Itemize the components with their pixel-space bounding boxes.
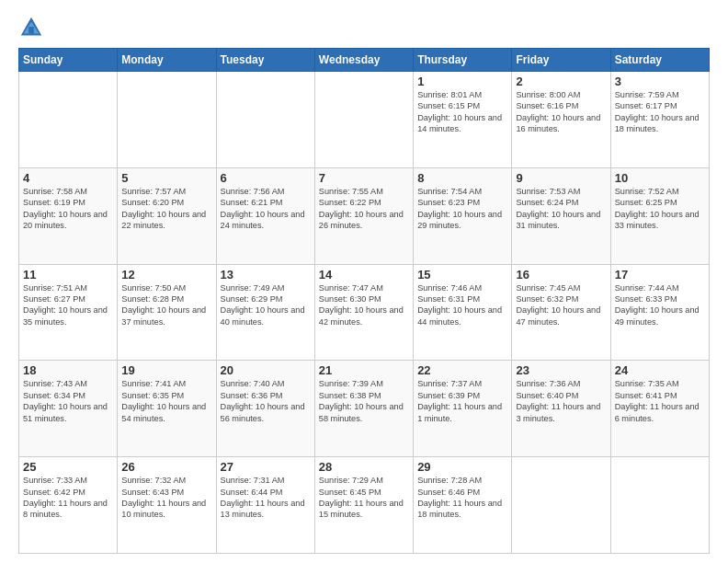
day-info: Sunrise: 7:55 AM Sunset: 6:22 PM Dayligh… xyxy=(319,186,409,232)
day-info: Sunrise: 7:56 AM Sunset: 6:21 PM Dayligh… xyxy=(221,186,311,232)
weekday-friday: Friday xyxy=(512,49,610,72)
day-number: 21 xyxy=(319,363,409,377)
calendar-cell xyxy=(216,72,314,168)
day-number: 27 xyxy=(221,460,311,474)
day-info: Sunrise: 7:32 AM Sunset: 6:43 PM Dayligh… xyxy=(121,475,211,521)
day-info: Sunrise: 7:31 AM Sunset: 6:44 PM Dayligh… xyxy=(221,475,311,521)
day-info: Sunrise: 7:58 AM Sunset: 6:19 PM Dayligh… xyxy=(23,186,113,232)
calendar-cell: 4Sunrise: 7:58 AM Sunset: 6:19 PM Daylig… xyxy=(19,167,118,264)
calendar-cell: 15Sunrise: 7:46 AM Sunset: 6:31 PM Dayli… xyxy=(414,264,512,361)
weekday-thursday: Thursday xyxy=(414,49,512,72)
calendar-week-2: 11Sunrise: 7:51 AM Sunset: 6:27 PM Dayli… xyxy=(19,264,710,361)
day-info: Sunrise: 7:29 AM Sunset: 6:45 PM Dayligh… xyxy=(319,475,409,521)
weekday-tuesday: Tuesday xyxy=(216,49,314,72)
calendar-cell: 16Sunrise: 7:45 AM Sunset: 6:32 PM Dayli… xyxy=(512,264,610,361)
calendar-cell: 27Sunrise: 7:31 AM Sunset: 6:44 PM Dayli… xyxy=(216,457,314,554)
day-number: 17 xyxy=(615,268,705,282)
day-number: 10 xyxy=(615,171,705,185)
weekday-saturday: Saturday xyxy=(610,49,709,72)
day-number: 16 xyxy=(516,268,606,282)
logo xyxy=(18,15,48,40)
day-number: 25 xyxy=(23,460,113,474)
calendar-cell: 5Sunrise: 7:57 AM Sunset: 6:20 PM Daylig… xyxy=(118,167,216,264)
calendar-cell: 9Sunrise: 7:53 AM Sunset: 6:24 PM Daylig… xyxy=(512,167,610,264)
calendar-cell: 13Sunrise: 7:49 AM Sunset: 6:29 PM Dayli… xyxy=(216,264,314,361)
day-info: Sunrise: 7:35 AM Sunset: 6:41 PM Dayligh… xyxy=(615,378,705,424)
calendar-cell: 6Sunrise: 7:56 AM Sunset: 6:21 PM Daylig… xyxy=(216,167,314,264)
calendar-cell: 10Sunrise: 7:52 AM Sunset: 6:25 PM Dayli… xyxy=(610,167,709,264)
calendar-cell: 24Sunrise: 7:35 AM Sunset: 6:41 PM Dayli… xyxy=(610,361,709,457)
calendar-cell: 14Sunrise: 7:47 AM Sunset: 6:30 PM Dayli… xyxy=(314,264,413,361)
calendar-cell: 18Sunrise: 7:43 AM Sunset: 6:34 PM Dayli… xyxy=(19,361,118,457)
page: SundayMondayTuesdayWednesdayThursdayFrid… xyxy=(0,0,728,563)
day-info: Sunrise: 7:57 AM Sunset: 6:20 PM Dayligh… xyxy=(121,186,211,232)
day-number: 14 xyxy=(319,268,409,282)
calendar-week-4: 25Sunrise: 7:33 AM Sunset: 6:42 PM Dayli… xyxy=(19,457,710,554)
calendar-cell: 11Sunrise: 7:51 AM Sunset: 6:27 PM Dayli… xyxy=(19,264,118,361)
day-info: Sunrise: 7:49 AM Sunset: 6:29 PM Dayligh… xyxy=(221,282,311,328)
day-info: Sunrise: 7:36 AM Sunset: 6:40 PM Dayligh… xyxy=(516,378,606,424)
header xyxy=(18,15,710,40)
calendar-cell: 1Sunrise: 8:01 AM Sunset: 6:15 PM Daylig… xyxy=(414,72,512,168)
day-info: Sunrise: 7:54 AM Sunset: 6:23 PM Dayligh… xyxy=(417,186,507,232)
day-number: 4 xyxy=(23,171,113,185)
calendar-cell: 20Sunrise: 7:40 AM Sunset: 6:36 PM Dayli… xyxy=(216,361,314,457)
day-info: Sunrise: 7:44 AM Sunset: 6:33 PM Dayligh… xyxy=(615,282,705,328)
day-info: Sunrise: 8:01 AM Sunset: 6:15 PM Dayligh… xyxy=(417,89,507,135)
day-number: 11 xyxy=(23,268,113,282)
day-number: 23 xyxy=(516,363,606,377)
day-info: Sunrise: 7:50 AM Sunset: 6:28 PM Dayligh… xyxy=(121,282,211,328)
day-info: Sunrise: 7:40 AM Sunset: 6:36 PM Dayligh… xyxy=(221,378,311,424)
day-number: 3 xyxy=(615,75,705,88)
calendar-cell xyxy=(19,72,118,168)
calendar-cell: 2Sunrise: 8:00 AM Sunset: 6:16 PM Daylig… xyxy=(512,72,610,168)
calendar-body: 1Sunrise: 8:01 AM Sunset: 6:15 PM Daylig… xyxy=(19,72,710,554)
calendar-cell: 21Sunrise: 7:39 AM Sunset: 6:38 PM Dayli… xyxy=(314,361,413,457)
calendar-cell xyxy=(610,457,709,554)
calendar-cell: 28Sunrise: 7:29 AM Sunset: 6:45 PM Dayli… xyxy=(314,457,413,554)
calendar-cell: 25Sunrise: 7:33 AM Sunset: 6:42 PM Dayli… xyxy=(19,457,118,554)
calendar-cell: 23Sunrise: 7:36 AM Sunset: 6:40 PM Dayli… xyxy=(512,361,610,457)
day-info: Sunrise: 7:37 AM Sunset: 6:39 PM Dayligh… xyxy=(417,378,507,424)
day-number: 29 xyxy=(417,460,507,474)
weekday-monday: Monday xyxy=(118,49,216,72)
calendar-cell: 3Sunrise: 7:59 AM Sunset: 6:17 PM Daylig… xyxy=(610,72,709,168)
calendar-cell xyxy=(512,457,610,554)
day-number: 6 xyxy=(221,171,311,185)
weekday-header-row: SundayMondayTuesdayWednesdayThursdayFrid… xyxy=(19,49,710,72)
day-number: 22 xyxy=(417,363,507,377)
day-info: Sunrise: 7:59 AM Sunset: 6:17 PM Dayligh… xyxy=(615,89,705,135)
svg-rect-2 xyxy=(28,27,34,33)
day-info: Sunrise: 7:51 AM Sunset: 6:27 PM Dayligh… xyxy=(23,282,113,328)
calendar-cell: 22Sunrise: 7:37 AM Sunset: 6:39 PM Dayli… xyxy=(414,361,512,457)
day-number: 12 xyxy=(121,268,211,282)
calendar-week-1: 4Sunrise: 7:58 AM Sunset: 6:19 PM Daylig… xyxy=(19,167,710,264)
calendar-week-0: 1Sunrise: 8:01 AM Sunset: 6:15 PM Daylig… xyxy=(19,72,710,168)
day-info: Sunrise: 7:28 AM Sunset: 6:46 PM Dayligh… xyxy=(417,475,507,521)
day-info: Sunrise: 7:47 AM Sunset: 6:30 PM Dayligh… xyxy=(319,282,409,328)
day-number: 26 xyxy=(121,460,211,474)
day-number: 2 xyxy=(516,75,606,88)
calendar-cell xyxy=(118,72,216,168)
day-info: Sunrise: 7:41 AM Sunset: 6:35 PM Dayligh… xyxy=(121,378,211,424)
calendar-cell: 26Sunrise: 7:32 AM Sunset: 6:43 PM Dayli… xyxy=(118,457,216,554)
day-info: Sunrise: 7:46 AM Sunset: 6:31 PM Dayligh… xyxy=(417,282,507,328)
calendar-cell: 17Sunrise: 7:44 AM Sunset: 6:33 PM Dayli… xyxy=(610,264,709,361)
day-number: 8 xyxy=(417,171,507,185)
calendar-cell: 7Sunrise: 7:55 AM Sunset: 6:22 PM Daylig… xyxy=(314,167,413,264)
calendar-cell xyxy=(314,72,413,168)
calendar-week-3: 18Sunrise: 7:43 AM Sunset: 6:34 PM Dayli… xyxy=(19,361,710,457)
day-info: Sunrise: 7:52 AM Sunset: 6:25 PM Dayligh… xyxy=(615,186,705,232)
calendar-cell: 12Sunrise: 7:50 AM Sunset: 6:28 PM Dayli… xyxy=(118,264,216,361)
day-info: Sunrise: 7:43 AM Sunset: 6:34 PM Dayligh… xyxy=(23,378,113,424)
day-info: Sunrise: 7:33 AM Sunset: 6:42 PM Dayligh… xyxy=(23,475,113,521)
day-number: 13 xyxy=(221,268,311,282)
calendar-cell: 19Sunrise: 7:41 AM Sunset: 6:35 PM Dayli… xyxy=(118,361,216,457)
day-number: 19 xyxy=(121,363,211,377)
calendar-cell: 29Sunrise: 7:28 AM Sunset: 6:46 PM Dayli… xyxy=(414,457,512,554)
day-number: 24 xyxy=(615,363,705,377)
day-number: 28 xyxy=(319,460,409,474)
logo-icon xyxy=(18,15,44,40)
day-number: 18 xyxy=(23,363,113,377)
weekday-sunday: Sunday xyxy=(19,49,118,72)
